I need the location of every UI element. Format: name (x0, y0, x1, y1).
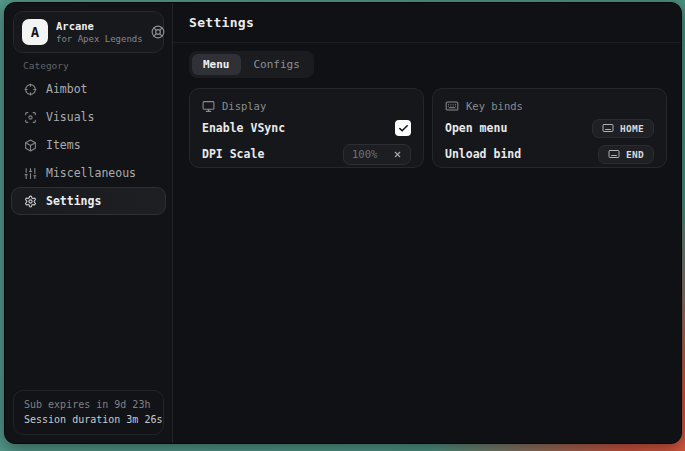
sidebar-nav: Aimbot Visuals Items (11, 75, 166, 215)
display-card-title: Display (222, 100, 266, 112)
open-menu-key-label: HOME (620, 123, 644, 134)
sidebar-item-aimbot[interactable]: Aimbot (11, 75, 166, 103)
sub-expires-text: Sub expires in 9d 23h (24, 397, 153, 412)
dpi-scale-input[interactable] (352, 148, 386, 160)
check-icon (398, 123, 409, 134)
sidebar-item-label: Miscellaneous (46, 166, 136, 180)
app-logo: A (22, 19, 48, 45)
app-identity: Arcane for Apex Legends (56, 20, 143, 45)
open-menu-row: Open menu HOME (445, 116, 654, 140)
sidebar-header-card: A Arcane for Apex Legends (13, 11, 164, 53)
dpi-label: DPI Scale (202, 147, 264, 161)
page-title: Settings (189, 15, 254, 30)
open-menu-keybind-button[interactable]: HOME (592, 119, 654, 138)
subscription-info-card: Sub expires in 9d 23h Session duration 3… (13, 390, 164, 435)
display-card-header: Display (202, 98, 411, 114)
sliders-icon (24, 167, 37, 180)
clear-icon[interactable] (393, 150, 402, 159)
dpi-row: DPI Scale (202, 142, 411, 166)
sidebar-item-label: Settings (46, 194, 101, 208)
keyboard-icon (602, 122, 614, 134)
lifebuoy-icon[interactable] (151, 25, 165, 39)
app-subtitle: for Apex Legends (56, 33, 143, 45)
sidebar-item-settings[interactable]: Settings (11, 187, 166, 215)
sidebar-item-visuals[interactable]: Visuals (11, 103, 166, 131)
keybinds-card: Key binds Open menu HOME Unload bin (432, 88, 667, 168)
tab-menu[interactable]: Menu (192, 54, 241, 75)
unload-bind-row: Unload bind END (445, 142, 654, 166)
category-label: Category (23, 60, 69, 71)
settings-cards: Display Enable VSync DPI Scale (189, 88, 667, 168)
sidebar: A Arcane for Apex Legends Category (5, 3, 173, 443)
app-name: Arcane (56, 20, 143, 33)
dpi-scale-field (343, 144, 411, 165)
keybinds-card-header: Key binds (445, 98, 654, 114)
main-header: Settings (173, 3, 682, 43)
keyboard-icon (445, 99, 459, 113)
open-menu-label: Open menu (445, 121, 507, 135)
keybinds-card-title: Key binds (466, 100, 523, 112)
sidebar-item-label: Visuals (46, 110, 94, 124)
vsync-checkbox[interactable] (395, 120, 411, 136)
tab-configs[interactable]: Configs (243, 54, 311, 75)
package-icon (24, 139, 37, 152)
gear-icon (24, 195, 37, 208)
monitor-icon (202, 100, 215, 113)
main-content: Settings Menu Configs Display Enable VSy (173, 3, 682, 443)
sidebar-item-label: Items (46, 138, 81, 152)
scan-eye-icon (24, 111, 37, 124)
sidebar-item-label: Aimbot (46, 82, 88, 96)
session-duration-text: Session duration 3m 26s (24, 412, 153, 427)
display-card: Display Enable VSync DPI Scale (189, 88, 424, 168)
vsync-label: Enable VSync (202, 121, 285, 135)
sidebar-item-miscellaneous[interactable]: Miscellaneous (11, 159, 166, 187)
crosshair-icon (24, 83, 37, 96)
vsync-row: Enable VSync (202, 116, 411, 140)
settings-tab-bar: Menu Configs (189, 51, 314, 78)
unload-keybind-button[interactable]: END (598, 145, 654, 164)
sidebar-item-items[interactable]: Items (11, 131, 166, 159)
app-window: A Arcane for Apex Legends Category (4, 2, 682, 444)
unload-bind-label: Unload bind (445, 147, 521, 161)
keyboard-icon (608, 148, 620, 160)
unload-key-label: END (626, 149, 644, 160)
